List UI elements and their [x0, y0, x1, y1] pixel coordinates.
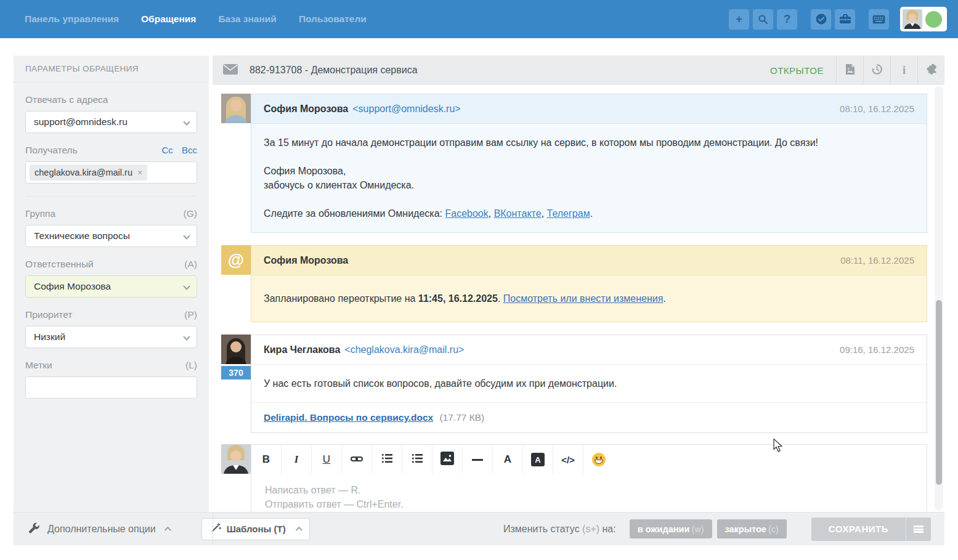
suffix: . [663, 293, 665, 304]
closed-hotkey: (c) [768, 524, 779, 534]
divider [213, 513, 213, 545]
vkontakte-link[interactable]: ВКонтакте [494, 208, 542, 219]
nav-cases[interactable]: Обращения [141, 14, 196, 25]
text-color-button[interactable]: A [493, 445, 523, 474]
message-author: София Морозова [264, 103, 348, 115]
highlight-color-button[interactable]: A [523, 445, 553, 474]
at-sign-icon: @ [221, 245, 251, 275]
status-closed-button[interactable]: закрытое (c) [717, 519, 787, 538]
nav-dashboard[interactable]: Панель управления [25, 14, 119, 25]
briefcase-button[interactable] [835, 9, 855, 30]
change-status-label: Изменить статус (s+) на: [503, 524, 616, 535]
insert-link-button[interactable] [342, 445, 372, 474]
briefcase-icon [839, 14, 851, 25]
message-timestamp: 09:16, 16.12.2025 [840, 344, 914, 355]
message-signature: София Морозова, забочусь о клиентах Омни… [264, 164, 914, 192]
recipient-label: Получатель [25, 145, 78, 156]
edit-reopen-link[interactable]: Посмотреть или внести изменения [503, 293, 664, 304]
nav-knowledge-base[interactable]: База знаний [218, 14, 276, 25]
closed-label: закрытое [725, 524, 766, 534]
suffix: . [590, 208, 593, 219]
message-timestamp: 08:10, 16.12.2025 [840, 103, 914, 114]
follow-prefix: Следите за обновлениями Омнидеска: [264, 208, 445, 219]
case-parameters-panel: ПАРАМЕТРЫ ОБРАЩЕНИЯ Отвечать с адреса su… [14, 55, 209, 512]
pending-label: в ожидании [638, 524, 690, 534]
reply-from-select[interactable]: support@omnidesk.ru [25, 111, 197, 133]
change-status-hotkey: (s+) [582, 524, 599, 534]
verified-button[interactable] [811, 9, 831, 30]
chevron-down-icon [183, 333, 190, 340]
emoji-button[interactable] [583, 445, 614, 474]
italic-button[interactable]: I [282, 445, 312, 474]
integrations-button[interactable] [917, 55, 944, 85]
add-case-button[interactable]: + [729, 9, 749, 30]
search-button[interactable] [753, 9, 773, 30]
facebook-link[interactable]: Facebook [445, 208, 488, 219]
help-button[interactable]: ? [777, 9, 797, 30]
message-item: София Морозова <support@omnidesk.ru> 08:… [221, 94, 944, 233]
wrench-icon [28, 522, 40, 536]
pending-hotkey: (w) [691, 524, 704, 534]
assignee-label: Ответственный [25, 259, 94, 270]
recipient-input[interactable]: cheglakova.kira@mail.ru × [25, 161, 197, 184]
save-button[interactable]: СОХРАНИТЬ [811, 517, 906, 541]
bcc-link[interactable]: Bcc [182, 145, 197, 155]
labels-input[interactable] [25, 376, 197, 399]
info-button[interactable]: i [890, 55, 917, 85]
author-avatar [221, 335, 251, 364]
save-options-button[interactable] [906, 517, 931, 541]
chevron-down-icon [183, 232, 190, 239]
check-badge-icon [815, 13, 827, 25]
plus-icon: + [736, 12, 742, 26]
question-icon: ? [784, 12, 791, 26]
code-button[interactable]: </> [553, 445, 583, 474]
main-nav: Панель управления Обращения База знаний … [25, 14, 367, 25]
bold-button[interactable]: B [251, 445, 282, 474]
additional-options-toggle[interactable]: Дополнительные опции [28, 522, 169, 536]
current-agent-menu[interactable] [900, 7, 947, 31]
note-body: Запланировано переоткрытие на 11:45, 16.… [251, 275, 927, 322]
chevron-down-icon [183, 283, 190, 290]
message-author-email[interactable]: <support@omnidesk.ru> [352, 103, 460, 115]
separator: . [498, 293, 503, 304]
follow-links-line: Следите за обновлениями Омнидеска: Faceb… [264, 206, 914, 221]
attachment-link[interactable]: Delirapid. Вопросы по сервису.docx [264, 412, 433, 423]
priority-select[interactable]: Низкий [25, 326, 197, 348]
top-navigation-bar: Панель управления Обращения База знаний … [0, 0, 958, 38]
insert-image-button[interactable] [432, 445, 463, 474]
change-status-prefix: Изменить статус [503, 524, 582, 534]
group-select[interactable]: Технические вопросы [25, 225, 197, 247]
message-header: София Морозова <support@omnidesk.ru> 08:… [251, 94, 927, 124]
reply-from-label: Отвечать с адреса [25, 94, 108, 105]
reopen-datetime: 11:45, 16.12.2025 [418, 293, 498, 304]
puzzle-icon [925, 63, 938, 78]
horizontal-rule-button[interactable] [463, 445, 493, 474]
cc-link[interactable]: Cc [161, 145, 173, 155]
remove-recipient-icon[interactable]: × [137, 168, 142, 177]
horizontal-rule-icon [472, 459, 483, 461]
templates-button[interactable]: Шаблоны (T) [201, 518, 310, 540]
separator: , [542, 208, 547, 219]
bullet-list-button[interactable] [402, 445, 432, 474]
note-header: София Морозова 08:11, 16.12.2025 [251, 246, 927, 275]
reply-from-value: support@omnidesk.ru [34, 116, 128, 128]
ordered-list-icon [381, 453, 392, 466]
keyboard-shortcuts-button[interactable] [869, 9, 889, 30]
ticket-status-badge[interactable]: ОТКРЫТОЕ [770, 65, 824, 76]
scrollbar-thumb[interactable] [936, 300, 942, 485]
underline-button[interactable]: U [312, 445, 342, 474]
editor-placeholder: Написать ответ — R. [265, 483, 913, 497]
history-button[interactable] [863, 55, 890, 85]
telegram-link[interactable]: Телеграм [547, 208, 590, 219]
signature-line: забочусь о клиентах Омнидеска. [264, 178, 914, 192]
online-status-dot[interactable] [925, 11, 942, 28]
message-author: Кира Чеглакова [264, 344, 340, 355]
user-cases-count-badge[interactable]: 370 [221, 366, 251, 379]
attachments-view-button[interactable] [836, 55, 863, 85]
ordered-list-button[interactable] [372, 445, 402, 474]
assignee-select[interactable]: София Морозова [25, 275, 197, 298]
message-author-email[interactable]: <cheglakova.kira@mail.ru> [344, 344, 464, 355]
status-pending-button[interactable]: в ожидании (w) [630, 519, 712, 538]
message-body: У нас есть готовый список вопросов, дава… [251, 365, 927, 402]
nav-users[interactable]: Пользователи [299, 14, 367, 25]
